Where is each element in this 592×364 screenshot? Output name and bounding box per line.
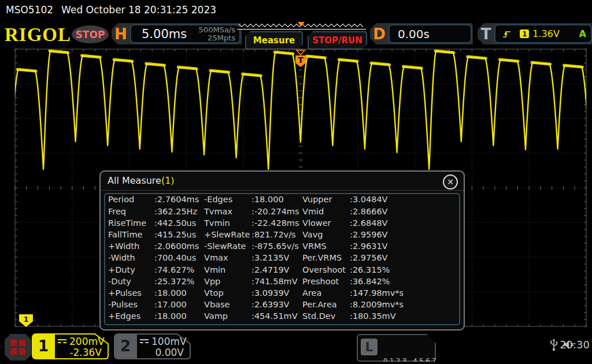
usb-icon bbox=[549, 339, 558, 351]
measure-name: Preshoot bbox=[302, 277, 350, 288]
measure-value: :-22.428ms bbox=[251, 218, 302, 230]
measure-name: -SlewRate bbox=[204, 242, 251, 253]
measure-name: Overshoot bbox=[302, 265, 350, 277]
measure-name: Per.VRMS bbox=[302, 253, 350, 265]
measure-value: :2.8666V bbox=[350, 207, 459, 218]
channel1-waveform bbox=[11, 51, 590, 169]
channel2-number: 2 bbox=[118, 337, 133, 355]
measure-value: :362.25Hz bbox=[154, 207, 204, 218]
logic-label: L bbox=[361, 339, 378, 355]
measure-value: :442.50us bbox=[154, 218, 204, 230]
dc-coupling-icon bbox=[140, 338, 149, 345]
svg-text:T: T bbox=[298, 55, 304, 65]
trigger-position-marker[interactable]: T bbox=[295, 50, 306, 67]
bottombar: 1 200mV -2.36V 2 100mV 0.00V L 0 1 2 3 4… bbox=[0, 333, 592, 364]
measure-value: :700.40us bbox=[154, 253, 204, 265]
clock: 20:30 bbox=[560, 339, 590, 351]
measure-name: -Pulses bbox=[108, 300, 154, 311]
measure-value: :-20.274ms bbox=[251, 207, 302, 218]
dc-coupling-icon bbox=[58, 338, 66, 345]
measure-name: Per.Area bbox=[302, 300, 350, 311]
measure-name: Area bbox=[302, 288, 350, 300]
measure-name: VRMS bbox=[302, 242, 350, 253]
channel2-scale: 100mV bbox=[151, 336, 187, 347]
measure-value: :18.000 bbox=[251, 195, 302, 206]
measure-value: :-875.65v/s bbox=[251, 242, 302, 253]
measure-value: :18.000 bbox=[154, 311, 204, 323]
channel2-offset: 0.00V bbox=[156, 347, 184, 358]
measure-name: Vupper bbox=[302, 195, 350, 206]
measure-value: :3.0939V bbox=[251, 288, 302, 300]
measure-value: :26.315% bbox=[350, 265, 459, 277]
measure-name: Tvmin bbox=[204, 218, 251, 230]
measure-value: :2.4719V bbox=[251, 265, 302, 277]
menu-grid-button[interactable] bbox=[5, 334, 31, 361]
svg-text:1: 1 bbox=[23, 315, 28, 324]
measure-name: Vavg bbox=[302, 230, 350, 242]
channel1-level-marker[interactable]: 1 bbox=[19, 314, 33, 327]
logic-channels-badge[interactable]: L 0 1 2 3 4 5 6 7 8 9 10 11 12 13 14 15 bbox=[357, 334, 436, 362]
measure-value: :74.627% bbox=[154, 265, 204, 277]
measure-value: :454.51mV bbox=[251, 311, 302, 323]
measure-name: +Pulses bbox=[108, 288, 154, 300]
measure-name: +Duty bbox=[108, 265, 154, 277]
channel1-badge[interactable]: 1 200mV -2.36V bbox=[31, 333, 109, 360]
measure-name: -Edges bbox=[204, 195, 251, 206]
channel1-offset: -2.36V bbox=[69, 347, 102, 358]
measure-name: Period bbox=[108, 195, 154, 206]
channel2-badge[interactable]: 2 100mV 0.00V bbox=[113, 333, 191, 360]
channel1-scale: 200mV bbox=[69, 336, 105, 347]
measure-name: -Width bbox=[108, 253, 154, 265]
measure-value: :2.9631V bbox=[350, 242, 459, 253]
measure-value: :2.9756V bbox=[350, 253, 459, 265]
close-icon[interactable]: ✕ bbox=[443, 174, 458, 190]
measure-value: :18.000 bbox=[154, 288, 204, 300]
all-measure-popup: All Measure(1) ✕ Period:2.7604ms-Edges:1… bbox=[99, 170, 465, 330]
measure-value: :17.000 bbox=[154, 300, 204, 311]
grid-icon bbox=[10, 340, 25, 355]
measure-value: :25.372% bbox=[154, 277, 204, 288]
measure-value: :821.72v/s bbox=[251, 230, 302, 242]
popup-separator bbox=[101, 190, 464, 191]
measure-name: Vmin bbox=[204, 265, 251, 277]
measure-name: Vtop bbox=[204, 288, 251, 300]
measure-name: Vmid bbox=[302, 207, 350, 218]
measure-name: Vamp bbox=[204, 311, 251, 323]
measure-value: :2.9596V bbox=[350, 230, 459, 242]
measure-name: +Edges bbox=[108, 311, 154, 323]
measure-value: :2.6393V bbox=[251, 300, 302, 311]
measure-value: :8.2009mv*s bbox=[350, 300, 459, 311]
popup-source-count: (1) bbox=[161, 175, 175, 186]
measure-value: :36.842% bbox=[350, 277, 459, 288]
measure-name: Tvmax bbox=[204, 207, 251, 218]
oscilloscope-screen: MSO5102Wed October 18 20:31:25 2023 RIGO… bbox=[0, 0, 592, 364]
measure-value: :2.0600ms bbox=[154, 242, 204, 253]
measure-value: :180.35mV bbox=[350, 311, 459, 323]
measure-name: +Width bbox=[108, 242, 154, 253]
measure-value: :2.6848V bbox=[350, 218, 459, 230]
measure-name: Vmax bbox=[204, 253, 251, 265]
measure-name: RiseTime bbox=[108, 218, 154, 230]
measure-value: :2.7604ms bbox=[154, 195, 204, 206]
measure-value: :3.0484V bbox=[350, 195, 459, 206]
measure-name: Freq bbox=[108, 207, 154, 218]
measure-name: Vlower bbox=[302, 218, 350, 230]
measure-value: :147.98mv*s bbox=[350, 288, 459, 300]
measure-name: FallTime bbox=[108, 230, 154, 242]
measure-name: Vbase bbox=[204, 300, 251, 311]
measure-name: +SlewRate bbox=[204, 230, 251, 242]
logic-channel-numbers: 0 1 2 3 4 5 6 7 8 9 10 11 12 13 14 15 bbox=[383, 338, 457, 364]
measure-name: Std.Dev bbox=[302, 311, 350, 323]
measure-name: -Duty bbox=[108, 277, 154, 288]
popup-title: All Measure(1) bbox=[108, 175, 175, 186]
measure-value: :741.58mV bbox=[251, 277, 302, 288]
measurement-table: Period:2.7604ms-Edges:18.000Vupper:3.048… bbox=[104, 193, 460, 325]
measure-value: :415.25us bbox=[154, 230, 204, 242]
channel1-number: 1 bbox=[36, 337, 51, 355]
measure-name: Vpp bbox=[204, 277, 251, 288]
measure-value: :3.2135V bbox=[251, 253, 302, 265]
